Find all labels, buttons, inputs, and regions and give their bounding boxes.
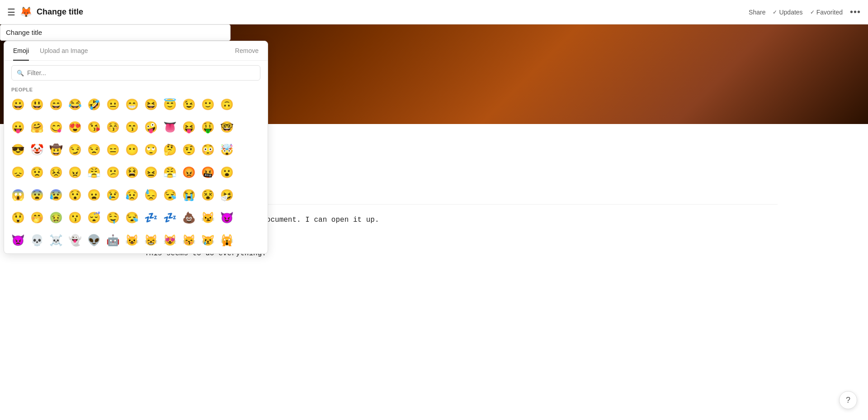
emoji-frowning[interactable]: 😦	[85, 186, 104, 205]
emoji-robot[interactable]: 🤖	[104, 231, 123, 250]
emoji-expressionless[interactable]: 😑	[104, 140, 123, 159]
emoji-sunglasses[interactable]: 😎	[9, 140, 28, 159]
emoji-grinning-cat[interactable]: 😸	[142, 231, 160, 250]
emoji-scream[interactable]: 😱	[9, 186, 28, 205]
emoji-fearful[interactable]: 😨	[28, 186, 47, 205]
emoji-stuck-out-tongue[interactable]: 😛	[9, 118, 28, 137]
emoji-sleepy[interactable]: 😪	[160, 186, 179, 205]
emoji-slightly-smiling[interactable]: 🙂	[198, 95, 217, 114]
emoji-ghost[interactable]: 👻	[66, 231, 85, 250]
more-options-icon[interactable]: •••	[850, 7, 861, 17]
emoji-sweat[interactable]: 😓	[142, 186, 160, 205]
emoji-nauseated[interactable]: 🤢	[47, 208, 66, 227]
emoji-kissing-2[interactable]: 😗	[66, 208, 85, 227]
emoji-sob[interactable]: 😭	[179, 186, 198, 205]
emoji-neutral[interactable]: 😐	[104, 95, 123, 114]
emoji-alien[interactable]: 👽	[85, 231, 104, 250]
emoji-kissing[interactable]: 😙	[123, 118, 142, 137]
emoji-cursing[interactable]: 🤬	[198, 163, 217, 182]
emoji-sleepy-2[interactable]: 😪	[123, 208, 142, 227]
emoji-wink[interactable]: 😉	[179, 95, 198, 114]
favorited-button[interactable]: ✓ Favorited	[810, 9, 843, 16]
emoji-tongue[interactable]: 👅	[160, 118, 179, 137]
emoji-sad-but-relieved[interactable]: 😥	[123, 186, 142, 205]
emoji-cold-sweat[interactable]: 😰	[47, 186, 66, 205]
emoji-innocent[interactable]: 😇	[160, 95, 179, 114]
emoji-crying-cat[interactable]: 😿	[198, 231, 217, 250]
title-input[interactable]	[6, 29, 225, 36]
emoji-grinning[interactable]: 😀	[9, 95, 28, 114]
emoji-zzz[interactable]: 💤	[142, 208, 160, 227]
emoji-tired[interactable]: 😫	[123, 163, 142, 182]
emoji-cowboy[interactable]: 🤠	[47, 140, 66, 159]
hamburger-icon[interactable]: ☰	[7, 7, 15, 18]
emoji-yum[interactable]: 😋	[47, 118, 66, 137]
emoji-smirking-cat[interactable]: 😼	[198, 208, 217, 227]
emoji-money-mouth[interactable]: 🤑	[198, 118, 217, 137]
emoji-clown[interactable]: 🤡	[28, 140, 47, 159]
emoji-steam[interactable]: 😤	[160, 163, 179, 182]
emoji-skull[interactable]: 💀	[28, 231, 47, 250]
emoji-rage[interactable]: 😤	[85, 163, 104, 182]
emoji-exploding-head[interactable]: 🤯	[217, 140, 236, 159]
emoji-imp[interactable]: 😈	[217, 208, 236, 227]
emoji-dizzy[interactable]: 😵	[198, 186, 217, 205]
emoji-weary-cat[interactable]: 🙀	[217, 231, 236, 250]
emoji-rofl[interactable]: 🤣	[85, 95, 104, 114]
tab-emoji[interactable]: Emoji	[13, 42, 29, 61]
emoji-persevere[interactable]: 😣	[47, 163, 66, 182]
emoji-unamused[interactable]: 😒	[85, 140, 104, 159]
emoji-pouting[interactable]: 😡	[179, 163, 198, 182]
emoji-grid-row1: 😀 😃 😄 😂 🤣 😐 😁 😆 😇 😉 🙂 🙃	[4, 95, 268, 118]
emoji-upside-down[interactable]: 🙃	[217, 95, 236, 114]
emoji-search-input[interactable]	[11, 65, 260, 81]
emoji-raised-eyebrow[interactable]: 🤨	[179, 140, 198, 159]
emoji-zzz-2[interactable]: 💤	[160, 208, 179, 227]
emoji-sneezing[interactable]: 🤧	[217, 186, 236, 205]
remove-button[interactable]: Remove	[235, 47, 259, 54]
emoji-poop[interactable]: 💩	[179, 208, 198, 227]
emoji-hushed[interactable]: 😯	[66, 186, 85, 205]
emoji-drooling[interactable]: 🤤	[104, 208, 123, 227]
emoji-kissing-closed-eyes[interactable]: 😚	[104, 118, 123, 137]
emoji-angry[interactable]: 😠	[66, 163, 85, 182]
emoji-heart-eyes[interactable]: 😍	[66, 118, 85, 137]
emoji-laughing[interactable]: 😆	[142, 95, 160, 114]
emoji-kissing-heart[interactable]: 😘	[85, 118, 104, 137]
emoji-tongue-closed-eyes[interactable]: 😝	[179, 118, 198, 137]
emoji-kissing-cat[interactable]: 😽	[179, 231, 198, 250]
emoji-cry[interactable]: 😢	[104, 186, 123, 205]
topbar: ☰ 🦊 Change title Share ✓ Updates ✓ Favor…	[0, 0, 868, 24]
emoji-grin[interactable]: 😁	[123, 95, 142, 114]
emoji-open-mouth[interactable]: 😮	[217, 163, 236, 182]
help-button[interactable]: ?	[839, 391, 857, 409]
emoji-flushed[interactable]: 😳	[198, 140, 217, 159]
emoji-confused[interactable]: 😕	[104, 163, 123, 182]
updates-button[interactable]: ✓ Updates	[773, 9, 802, 16]
emoji-shushing[interactable]: 🤭	[28, 208, 47, 227]
emoji-angry-devil[interactable]: 👿	[9, 231, 28, 250]
emoji-cat[interactable]: 😺	[123, 231, 142, 250]
emoji-skull-crossbones[interactable]: ☠️	[47, 231, 66, 250]
emoji-astonished[interactable]: 😲	[9, 208, 28, 227]
share-button[interactable]: Share	[749, 9, 765, 16]
emoji-smirk[interactable]: 😏	[66, 140, 85, 159]
emoji-confounded[interactable]: 😖	[142, 163, 160, 182]
emoji-sleeping[interactable]: 😴	[85, 208, 104, 227]
emoji-eye-roll[interactable]: 🙄	[142, 140, 160, 159]
emoji-grid-row7: 👿 💀 ☠️ 👻 👽 🤖 😺 😸 😻 😽 😿 🙀	[4, 231, 268, 253]
emoji-nerd[interactable]: 🤓	[217, 118, 236, 137]
emoji-worried[interactable]: 😟	[28, 163, 47, 182]
emoji-zany[interactable]: 🤪	[142, 118, 160, 137]
emoji-no-mouth[interactable]: 😶	[123, 140, 142, 159]
emoji-disappointed[interactable]: 😞	[9, 163, 28, 182]
emoji-hugging[interactable]: 🤗	[28, 118, 47, 137]
emoji-joy[interactable]: 😂	[66, 95, 85, 114]
topbar-right: Share ✓ Updates ✓ Favorited •••	[749, 7, 861, 17]
emoji-smiley[interactable]: 😃	[28, 95, 47, 114]
emoji-thinking[interactable]: 🤔	[160, 140, 179, 159]
check-icon: ✓	[773, 9, 777, 15]
emoji-smile[interactable]: 😄	[47, 95, 66, 114]
tab-upload-image[interactable]: Upload an Image	[40, 42, 88, 61]
emoji-heart-eyes-cat[interactable]: 😻	[160, 231, 179, 250]
